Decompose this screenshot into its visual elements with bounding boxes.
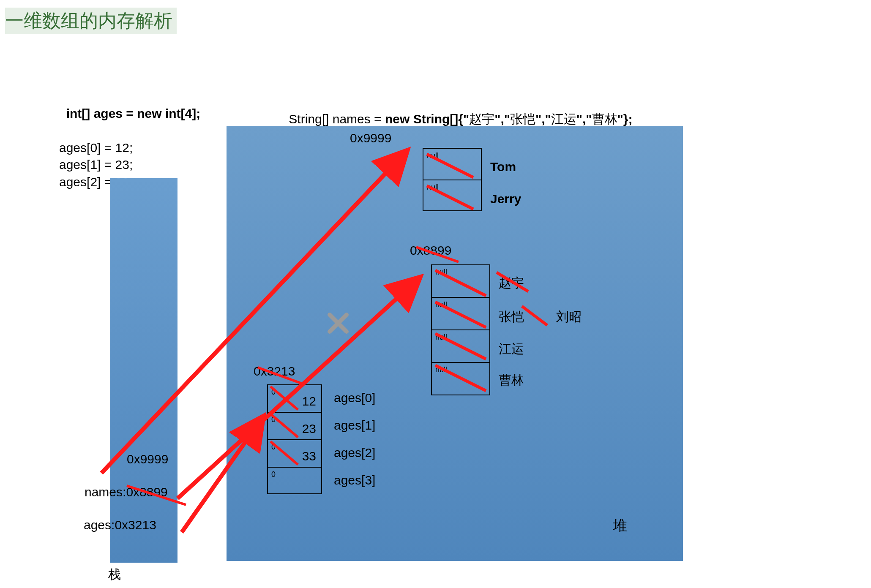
names-cell-0: null [432,265,489,298]
addr-3213: 0x3213 [254,364,295,378]
ages-label-1: ages[1] [334,418,375,433]
ages-cell-2: 0 33 [268,440,321,468]
cell-jerry: null [423,180,481,212]
names-val-1: 张恺 [499,308,524,326]
stack-ptr-9999: 0x9999 [127,452,168,466]
ages-cell-3: 0 [268,468,321,495]
heap-box-9999: null null [423,148,482,211]
names-val-0: 赵宇 [499,275,524,292]
null-text: null [427,183,439,192]
addr-9999: 0x9999 [350,131,391,145]
names-cell-3: null [432,363,489,395]
ages-label-0: ages[0] [334,391,375,405]
jerry-label: Jerry [490,192,521,206]
ages-cell-0: 0 12 [268,385,321,413]
stack-caption: 栈 [108,566,121,583]
stack-ages-entry: ages:0x3213 [84,518,156,532]
names-cell-2: null [432,330,489,363]
addr-8899: 0x8899 [410,243,451,258]
ages-label-3: ages[3] [334,473,375,487]
code-ages-decl: int[] ages = new int[4]; [66,106,201,120]
names-val-3: 曹林 [499,372,524,389]
names-cell-1: null [432,298,489,330]
ages-cell-1: 0 23 [268,413,321,440]
stack-names-entry: names:0x8899 [85,485,168,499]
heap-caption: 堆 [613,516,627,536]
cell-tom: null [423,149,481,180]
stack-area [110,178,177,563]
heap-box-3213: 0 12 0 23 0 33 0 [267,384,322,494]
ages-label-2: ages[2] [334,446,375,460]
liuzhao-label: 刘昭 [556,308,582,326]
tom-label: Tom [490,160,516,174]
names-val-2: 江运 [499,340,524,358]
null-text: null [427,151,439,160]
page-title: 一维数组的内存解析 [5,8,177,34]
heap-box-8899: null null null null [431,264,490,395]
